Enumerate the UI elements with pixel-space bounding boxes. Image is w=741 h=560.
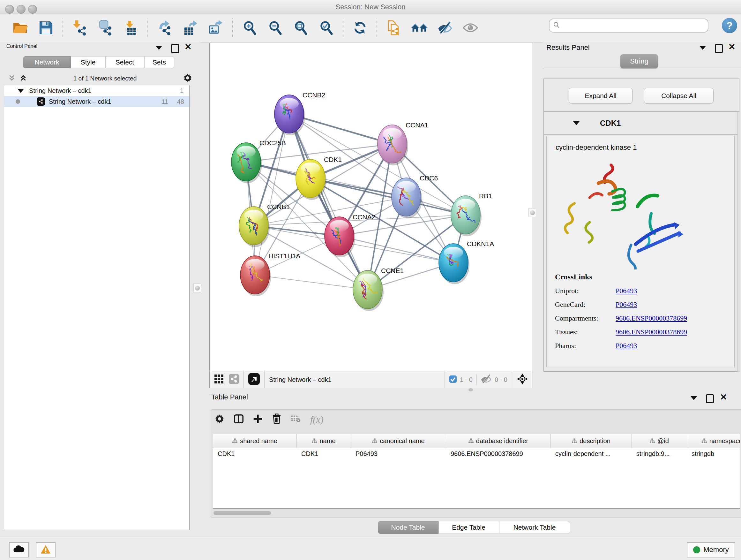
delete-icon[interactable]: [272, 414, 281, 425]
export-network-button[interactable]: [154, 18, 175, 39]
table-panel-menu-icon[interactable]: [690, 395, 697, 401]
fit-selected-crosshair-icon[interactable]: [517, 373, 528, 386]
warning-button[interactable]: [36, 542, 56, 557]
tab-network[interactable]: Network: [23, 56, 71, 68]
copy-document-button[interactable]: [384, 18, 404, 39]
zoom-selected-button[interactable]: [316, 18, 336, 39]
network-edge[interactable]: [289, 114, 367, 290]
hidden-eye-slash-icon[interactable]: [481, 374, 491, 385]
grid-view-icon[interactable]: [214, 374, 224, 385]
network-node-ccnb1[interactable]: CCNB1: [239, 203, 290, 247]
collapse-all-chevron-icon[interactable]: [8, 74, 15, 83]
gene-expander-icon[interactable]: [573, 121, 580, 125]
hide-selected-button[interactable]: [434, 18, 455, 39]
delete-table-icon[interactable]: [291, 415, 300, 424]
tab-edge-table[interactable]: Edge Table: [439, 521, 499, 534]
results-panel-menu-icon[interactable]: [699, 45, 706, 51]
memory-button[interactable]: Memory: [687, 542, 735, 557]
expander-icon[interactable]: [17, 89, 24, 93]
results-panel-close-icon[interactable]: ✕: [728, 44, 736, 51]
network-edge[interactable]: [255, 275, 367, 290]
detach-view-button[interactable]: [248, 373, 260, 386]
table-panel-float-icon[interactable]: [706, 394, 714, 405]
network-node-rb1[interactable]: RB1: [451, 192, 492, 236]
node-label: CDKN1A: [467, 240, 494, 247]
import-database-button[interactable]: [95, 18, 116, 39]
column-header-name[interactable]: name: [297, 434, 351, 448]
gear-icon[interactable]: [215, 414, 224, 425]
function-builder-icon[interactable]: f(x): [310, 414, 324, 425]
network-node-ccne1[interactable]: CCNE1: [353, 267, 404, 311]
tab-node-table[interactable]: Node Table: [378, 521, 439, 534]
tab-style[interactable]: Style: [71, 56, 105, 68]
table-header-row: shared namenamecanonical namedatabase id…: [213, 434, 740, 448]
table-row[interactable]: CDK1CDK1P064939606.ENSP00000378699cyclin…: [213, 448, 740, 459]
column-header-shared-name[interactable]: shared name: [213, 434, 297, 448]
network-row[interactable]: String Network – cdk1 11 48: [4, 96, 189, 107]
column-header-namespace[interactable]: namespace: [687, 434, 740, 448]
tab-network-table[interactable]: Network Table: [499, 521, 570, 534]
column-header-database-identifier[interactable]: database identifier: [446, 434, 551, 448]
gene-section-header[interactable]: CDK1: [544, 112, 739, 135]
network-node-ccnb2[interactable]: CCNB2: [274, 91, 325, 135]
selected-checkbox-icon[interactable]: [449, 375, 457, 384]
control-panel-float-icon[interactable]: [171, 44, 179, 54]
tab-select[interactable]: Select: [105, 56, 144, 68]
network-node-cdc25b[interactable]: CDC25B: [231, 139, 286, 183]
import-network-button[interactable]: [70, 18, 90, 39]
cloud-button[interactable]: [9, 542, 29, 557]
column-header-canonical-name[interactable]: canonical name: [351, 434, 446, 448]
network-graph[interactable]: CCNB2CCNA1CDC25BCDK1CDC6RB1CCNB1CCNA2CDK…: [210, 43, 533, 371]
column-header--id[interactable]: @id: [632, 434, 687, 448]
export-table-button[interactable]: [180, 18, 200, 39]
network-node-cdkn1a[interactable]: CDKN1A: [439, 240, 494, 284]
results-panel-float-icon[interactable]: [715, 44, 723, 54]
import-table-button[interactable]: [121, 18, 141, 39]
show-all-button[interactable]: [460, 18, 481, 39]
network-edge[interactable]: [339, 236, 454, 263]
open-session-button[interactable]: [10, 18, 30, 39]
network-edge[interactable]: [255, 114, 289, 275]
tab-string[interactable]: String: [620, 54, 658, 68]
network-node-hist1h1a[interactable]: HIST1H1A: [240, 252, 300, 296]
export-image-button[interactable]: [205, 18, 226, 39]
table-panel-close-icon[interactable]: ✕: [720, 394, 727, 401]
home-button[interactable]: [409, 18, 429, 39]
application-window: Session: New Session ? Control Panel ✕ N…: [0, 0, 741, 560]
zoom-fit-button[interactable]: [290, 18, 311, 39]
control-panel-menu-icon[interactable]: [156, 45, 162, 51]
node-table[interactable]: shared namenamecanonical namedatabase id…: [213, 434, 740, 509]
network-node-ccna1[interactable]: CCNA1: [378, 121, 428, 165]
crosslink-link[interactable]: 9606.ENSP00000378699: [616, 314, 687, 322]
expand-all-chevron-icon[interactable]: [20, 74, 27, 83]
zoom-out-button[interactable]: [265, 18, 285, 39]
network-node-ccna2[interactable]: CCNA2: [325, 213, 375, 257]
columns-icon[interactable]: [234, 414, 244, 425]
crosslink-link[interactable]: 9606.ENSP00000378699: [616, 328, 687, 336]
table-horizontal-scrollbar[interactable]: [213, 511, 271, 515]
crosslink-link[interactable]: P06493: [616, 341, 637, 350]
results-scrollbar[interactable]: [737, 112, 740, 372]
network-canvas[interactable]: CCNB2CCNA1CDC25BCDK1CDC6RB1CCNB1CCNA2CDK…: [209, 43, 533, 388]
crosslink-link[interactable]: P06493: [616, 287, 637, 295]
control-panel-close-icon[interactable]: ✕: [185, 44, 192, 51]
search-input[interactable]: [560, 22, 696, 30]
tab-sets[interactable]: Sets: [144, 56, 174, 68]
expand-all-button[interactable]: Expand All: [569, 88, 632, 104]
refresh-button[interactable]: [350, 18, 370, 39]
left-splitter-handle[interactable]: [193, 284, 201, 293]
crosslink-link[interactable]: P06493: [616, 300, 637, 309]
bottom-splitter-handle[interactable]: [468, 388, 473, 391]
save-session-icon: [39, 21, 53, 36]
network-node-cdc6[interactable]: CDC6: [392, 174, 438, 219]
gear-icon[interactable]: [183, 73, 192, 84]
save-session-button[interactable]: [36, 18, 56, 39]
zoom-in-button[interactable]: [239, 18, 260, 39]
help-button[interactable]: ?: [722, 18, 737, 33]
right-splitter-handle[interactable]: [529, 208, 536, 217]
add-icon[interactable]: [253, 414, 263, 425]
network-share-view-icon[interactable]: [229, 374, 239, 385]
network-collection-row[interactable]: String Network – cdk1 1: [4, 85, 189, 96]
collapse-all-button[interactable]: Collapse All: [644, 88, 714, 104]
column-header-description[interactable]: description: [551, 434, 632, 448]
